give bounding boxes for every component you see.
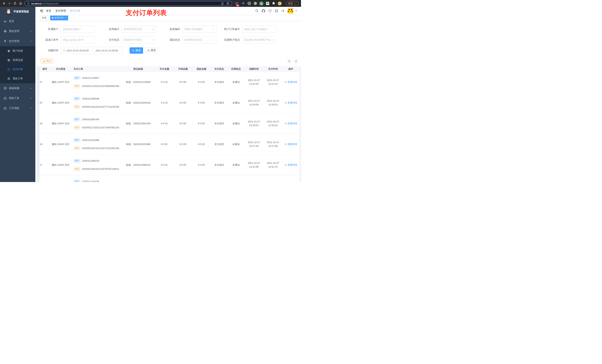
avatar-caret-icon[interactable] bbox=[295, 10, 297, 11]
browser-back-icon[interactable] bbox=[2, 1, 6, 6]
channel-order-no-field[interactable] bbox=[63, 39, 93, 42]
tags-view-bar: 首页 支付订单 × bbox=[35, 15, 301, 21]
sidebar-item-label: 系统管理 bbox=[9, 30, 19, 33]
cell-notify: 未通知 bbox=[228, 143, 244, 146]
filter-notify-status: 回调商户状态 请选择订单回调商户状态 bbox=[220, 36, 276, 43]
sidebar-item-payment[interactable]: ¥ 支付管理 bbox=[0, 36, 35, 46]
tag-home[interactable]: 首页 bbox=[40, 16, 48, 20]
cell-amount: ¥ 0.01 bbox=[155, 164, 174, 166]
col-notify: 回调状态 bbox=[228, 67, 244, 71]
merchant-order-no: 1635311154736 bbox=[82, 180, 99, 182]
sidebar-item-dev-tools[interactable]: 研发工具 bbox=[0, 93, 35, 103]
site-info-icon[interactable] bbox=[27, 2, 30, 5]
browser-home-icon[interactable] bbox=[19, 1, 22, 6]
address-bar[interactable]: localhost:1024/pay/order bbox=[24, 1, 232, 6]
sidebar-item-workflow[interactable]: 工作流程 bbox=[0, 103, 35, 113]
extension-kite-icon[interactable] bbox=[241, 2, 245, 5]
sidebar-item-app-info[interactable]: 应用信息 bbox=[0, 55, 35, 65]
sidebar-item-system[interactable]: 系统管理 bbox=[0, 26, 35, 36]
sidebar-toggle-icon[interactable] bbox=[40, 10, 43, 12]
col-paid: 支付时间 bbox=[263, 67, 282, 71]
tag-pay-order[interactable]: 支付订单 × bbox=[50, 16, 68, 20]
extensions-puzzle-icon[interactable] bbox=[272, 2, 275, 5]
view-detail-link[interactable]: 查看详情 bbox=[285, 101, 297, 104]
export-button[interactable]: 导出 bbox=[41, 58, 53, 64]
refresh-table-button[interactable] bbox=[293, 59, 299, 64]
sidebar-item-infrastructure[interactable]: 基础设施 bbox=[0, 83, 35, 93]
pay-order-no: 4200001173202110272847982104 bbox=[82, 126, 119, 129]
extension-badge: 10 bbox=[236, 4, 239, 7]
app-id-select[interactable]: 请选择应用信息 bbox=[121, 26, 156, 33]
merchant-input[interactable] bbox=[61, 26, 95, 33]
cell-actions: 查看详情 bbox=[282, 163, 299, 167]
fullscreen-icon[interactable] bbox=[275, 9, 278, 12]
reset-button[interactable]: 重置 bbox=[145, 47, 158, 54]
view-detail-link[interactable]: 查看详情 bbox=[285, 122, 297, 125]
merchant-order-no-field[interactable] bbox=[244, 28, 274, 31]
sidebar-item-label: 支付订单 bbox=[13, 68, 23, 71]
toggle-search-button[interactable] bbox=[287, 59, 292, 64]
filter-label: 渠道订单号 bbox=[38, 38, 61, 42]
date-end: 2021-10-31 23:59:59 bbox=[96, 49, 118, 52]
cell-channel: 微信 JSAPI 支付 bbox=[50, 81, 71, 84]
sidebar-item-pay-order[interactable]: ¥ 支付订单 bbox=[0, 65, 35, 74]
extension-chat-icon[interactable] bbox=[266, 2, 269, 5]
refund-status-select[interactable]: 请选择退款状态 bbox=[182, 36, 216, 43]
view-detail-link[interactable]: 查看详情 bbox=[285, 163, 297, 167]
update-label: 更新 bbox=[288, 2, 293, 5]
date-range-input[interactable]: 2021-10-01 00:00:00 - 2021-10-31 23:59:5… bbox=[61, 47, 123, 54]
notify-status-select[interactable]: 请选择订单回调商户状态 bbox=[242, 36, 276, 43]
close-icon[interactable]: × bbox=[65, 17, 66, 19]
view-detail-link[interactable]: 查看详情 bbox=[285, 143, 297, 146]
sidebar-item-home[interactable]: 首页 bbox=[0, 16, 35, 26]
bookmark-star-icon[interactable] bbox=[226, 2, 230, 5]
magnifier-icon bbox=[285, 143, 287, 145]
merchant-tag: 商户 bbox=[74, 179, 81, 182]
cell-amount: ¥ 0.01 bbox=[155, 81, 174, 83]
cell-fee: ¥ 0.00 bbox=[174, 164, 192, 166]
merchant-order-no-input[interactable] bbox=[242, 26, 276, 33]
cell-paid: 2021-10-2713:11:15 bbox=[263, 161, 282, 169]
cell-created: 2021-10-2713:17:03 bbox=[244, 141, 263, 148]
extension-command-icon[interactable]: ⌘ bbox=[247, 2, 251, 5]
app-logo[interactable]: 芋道管理系统 bbox=[0, 7, 35, 16]
extension-y-icon[interactable]: y bbox=[259, 2, 263, 5]
browser-reload-icon[interactable] bbox=[13, 1, 17, 6]
pay-status-select[interactable]: 请选择支付状态 bbox=[121, 36, 156, 43]
font-size-icon[interactable]: TT bbox=[281, 10, 284, 12]
cell-created: 2021-10-2713:22:05 bbox=[244, 78, 263, 86]
table-row: 19 微信 JSAPI 支付 商户1635311881440 支付4200001… bbox=[40, 113, 300, 134]
table-header: 编号 支付渠道 支付订单 商品标题 支付金额 手续金额 退款金额 支付状态 回调… bbox=[40, 66, 300, 72]
browser-forward-icon[interactable] bbox=[7, 1, 11, 6]
download-icon bbox=[43, 60, 45, 62]
extension-devtools-icon[interactable]: 10 bbox=[235, 2, 239, 5]
sidebar-item-merchant-info[interactable]: 商户信息 bbox=[0, 46, 35, 55]
avatar[interactable] bbox=[288, 8, 293, 14]
channel-code-select[interactable]: 请输入渠道编码 bbox=[182, 26, 216, 33]
sidebar-item-refund-order[interactable]: 退款订单 bbox=[0, 74, 35, 83]
filter-label: 应用编号 bbox=[99, 28, 121, 31]
pay-tag: 支付 bbox=[74, 105, 81, 109]
github-icon[interactable] bbox=[262, 9, 265, 13]
breadcrumb-home[interactable]: 首页 bbox=[46, 9, 51, 13]
merchant-tag: 商户 bbox=[74, 97, 81, 101]
search-button[interactable]: 搜索 bbox=[129, 47, 143, 54]
cell-amount: ¥ 0.01 bbox=[155, 122, 174, 125]
magnifier-icon bbox=[285, 123, 287, 125]
merchant-order-no: 1635311468233 bbox=[82, 159, 99, 162]
chrome-update-button[interactable]: 更新 ⋮ bbox=[286, 1, 299, 6]
view-detail-link[interactable]: 查看详情 bbox=[285, 81, 297, 84]
sidebar-item-label: 基础设施 bbox=[9, 87, 19, 90]
extension-emoji-icon[interactable] bbox=[278, 2, 281, 5]
extension-status-icon[interactable] bbox=[253, 2, 257, 5]
monitor-chart-icon bbox=[3, 87, 7, 90]
search-icon[interactable] bbox=[255, 9, 258, 12]
document-copy-icon bbox=[7, 77, 10, 80]
browser-menu-icon[interactable]: ⋮ bbox=[294, 2, 297, 5]
share-icon[interactable] bbox=[221, 2, 224, 5]
help-icon[interactable]: ? bbox=[269, 9, 272, 12]
breadcrumb-payment[interactable]: 支付管理 bbox=[55, 9, 66, 13]
date-start: 2021-10-01 00:00:00 bbox=[66, 49, 89, 52]
merchant-input-field[interactable] bbox=[63, 28, 93, 31]
channel-order-no-input[interactable] bbox=[61, 36, 95, 43]
